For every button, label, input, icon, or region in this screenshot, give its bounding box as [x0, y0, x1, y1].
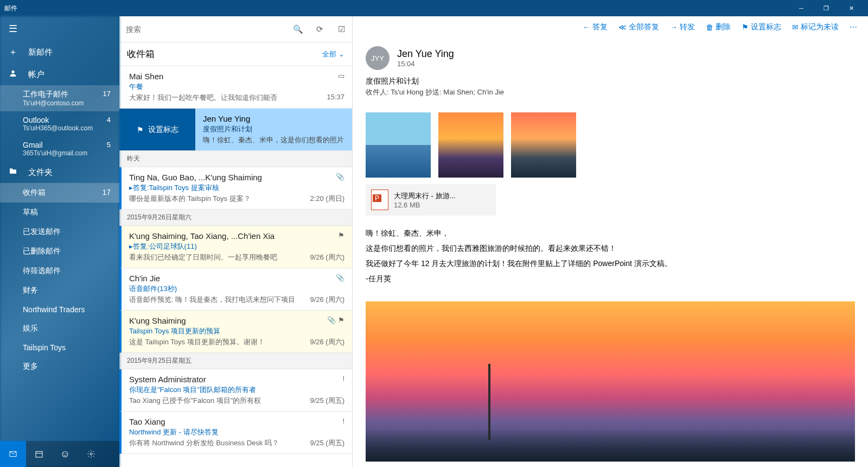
forward-button[interactable]: → 转发 [670, 22, 695, 32]
message-subject: 语音邮件(13秒) [129, 284, 344, 294]
attachment-size: 12.6 MB [394, 201, 455, 209]
image-attachment[interactable] [366, 112, 431, 178]
search-input[interactable] [119, 25, 287, 34]
attachments-row [353, 106, 868, 184]
account-item[interactable]: 4OutlookTs'uiH365@outlook.com [0, 111, 119, 136]
close-button[interactable]: ✕ [839, 5, 864, 12]
message-preview: 大家好！我们一起吃午餐吧。让我知道你们能否 [129, 93, 322, 103]
date-group: 昨天 [119, 151, 352, 167]
message-date: 9/26 (周六) [310, 337, 344, 347]
message-from: Jen Yue Ying [203, 114, 344, 123]
file-attachment[interactable]: 大理周末行 - 旅游... 12.6 MB [366, 184, 496, 216]
account-email: Ts'uiH365@outlook.com [23, 124, 111, 132]
svg-rect-1 [36, 451, 42, 457]
message-item[interactable]: ⚑K'ung Shaiming, Tao Xiang, ...Ch'ien Xi… [119, 226, 352, 268]
message-preview: 嗨！徐虹、秦杰、米申，这是你们想看的照片 [203, 135, 344, 145]
message-preview: Tao Xiang 已授予你"Falcon 项目"的所有权 [129, 396, 305, 406]
avatar: JYY [366, 46, 390, 70]
delete-button[interactable]: 🗑 删除 [706, 22, 731, 32]
account-count: 17 [103, 90, 111, 98]
powerpoint-icon [371, 190, 388, 210]
message-subject: 你现在是"Falcon 项目"团队邮箱的所有者 [129, 385, 344, 395]
message-date: 9/26 (周六) [310, 295, 344, 305]
message-subject: ▸答复:公司足球队(11) [129, 242, 344, 251]
account-item[interactable]: 17工作电子邮件Ts'uiH@contoso.com [0, 85, 119, 111]
message-subject: 度假照片和计划 [366, 77, 855, 86]
recipients: 收件人: Ts'ui Hong 抄送: Mai Shen; Ch'in Jie [366, 87, 855, 97]
reply-button[interactable]: ← 答复 [583, 22, 608, 32]
message-item[interactable]: 📎 ⚑K'ung ShaimingTailspin Toys 项目更新的预算这是… [119, 311, 352, 353]
reply-all-button[interactable]: ≪ 全部答复 [618, 22, 659, 32]
folder-item[interactable]: 娱乐 [0, 319, 119, 338]
message-indicators: ! [342, 417, 344, 425]
image-attachment[interactable] [511, 112, 576, 178]
message-body: 嗨！徐虹、秦杰、米申， 这是你们想看的照片，我们去西雅图旅游的时候拍的。看起来效… [353, 216, 868, 296]
message-item-selected[interactable]: Jen Yue Ying度假照片和计划嗨！徐虹、秦杰、米申，这是你们想看的照片 [195, 109, 352, 150]
account-item[interactable]: 5Gmail365Ts'uiH@gmail.com [0, 136, 119, 161]
folder-name: 财务 [23, 286, 38, 295]
search-icon[interactable]: 🔍 [287, 24, 309, 34]
mark-unread-button[interactable]: ✉ 标记为未读 [792, 22, 839, 32]
folder-item[interactable]: 已发送邮件 [0, 222, 119, 242]
inline-image [366, 301, 855, 462]
select-mode-icon[interactable]: ☑ [330, 24, 352, 34]
folder-name: 更多 [23, 362, 38, 371]
folder-item[interactable]: 已删除邮件 [0, 242, 119, 261]
sync-icon[interactable]: ⟳ [309, 24, 330, 34]
hamburger-button[interactable]: ☰ [0, 16, 119, 41]
folder-item[interactable]: 财务 [0, 281, 119, 300]
folder-name: 待筛选邮件 [23, 266, 61, 276]
message-preview: 你有将 Northwind 分析发给 Business Desk 吗？ [129, 438, 305, 448]
folders-header[interactable]: 文件夹 [0, 161, 119, 183]
app-title: 邮件 [4, 4, 789, 13]
folder-item[interactable]: 草稿 [0, 203, 119, 222]
settings-button[interactable] [78, 441, 104, 467]
message-item[interactable]: 📎Ting Na, Guo Bao, ...K'ung Shaiming▸答复:… [119, 167, 352, 210]
folder-item[interactable]: 更多 [0, 357, 119, 376]
account-count: 4 [107, 116, 111, 124]
message-from: Tao Xiang [129, 417, 344, 426]
message-date: 9/26 (周六) [310, 253, 344, 262]
message-item[interactable]: !Tao XiangNorthwind 更新 - 请尽快答复你有将 Northw… [119, 412, 352, 454]
sidebar: ☰ ＋ 新邮件 帐户 17工作电子邮件Ts'uiH@contoso.com4Ou… [0, 16, 119, 467]
folder-item[interactable]: Tailspin Toys [0, 338, 119, 357]
message-item[interactable]: 📎Ch'in Jie语音邮件(13秒)语音邮件预览: 嗨！我是秦杰，我打电话来想… [119, 268, 352, 311]
new-mail-button[interactable]: ＋ 新邮件 [0, 41, 119, 64]
accounts-header[interactable]: 帐户 [0, 64, 119, 85]
maximize-button[interactable]: ❐ [814, 5, 839, 12]
person-icon [9, 69, 21, 80]
account-count: 5 [107, 141, 111, 149]
message-item[interactable]: ▭Mai Shen午餐大家好！我们一起吃午餐吧。让我知道你们能否15:37 [119, 66, 352, 109]
message-subject: 度假照片和计划 [203, 124, 344, 134]
calendar-tab[interactable] [26, 441, 52, 467]
folder-item[interactable]: Northwind Traders [0, 300, 119, 319]
message-from: Mai Shen [129, 72, 344, 81]
message-indicators: ▭ [338, 72, 344, 80]
message-from: Ting Na, Guo Bao, ...K'ung Shaiming [129, 173, 344, 182]
plus-icon: ＋ [9, 47, 21, 58]
feedback-button[interactable]: ☺ [52, 441, 78, 467]
minimize-button[interactable]: ─ [789, 5, 814, 11]
flag-button[interactable]: ⚑ 设置标志 [742, 22, 781, 32]
image-attachment[interactable] [438, 112, 503, 178]
bottom-bar: ☺ [0, 441, 119, 467]
folder-name: 已删除邮件 [23, 247, 61, 256]
message-subject: Tailspin Toys 项目更新的预算 [129, 326, 344, 336]
reading-pane: ← 答复 ≪ 全部答复 → 转发 🗑 删除 ⚑ 设置标志 ✉ 标记为未读 ⋯ J… [353, 16, 868, 467]
message-date: 15:37 [327, 93, 344, 103]
flag-action[interactable]: ⚑设置标志 [119, 109, 195, 150]
message-list[interactable]: ▭Mai Shen午餐大家好！我们一起吃午餐吧。让我知道你们能否15:37⚑设置… [119, 66, 352, 467]
titlebar: 邮件 ─ ❐ ✕ [0, 0, 868, 16]
message-item[interactable]: !System Administrator你现在是"Falcon 项目"团队邮箱… [119, 369, 352, 412]
mail-tab[interactable] [0, 441, 26, 467]
filter-dropdown[interactable]: 全部 ⌄ [322, 49, 344, 59]
attachment-name: 大理周末行 - 旅游... [394, 191, 455, 201]
message-preview: 这是 Tailspin Toys 项目更新的预算。谢谢！ [129, 337, 305, 347]
folder-title: 收件箱 [127, 48, 322, 60]
message-from: Ch'in Jie [129, 274, 344, 283]
message-from: System Administrator [129, 375, 344, 384]
message-preview: 看来我们已经确定了日期时间。一起享用晚餐吧 [129, 253, 305, 262]
more-button[interactable]: ⋯ [850, 23, 857, 31]
folder-item[interactable]: 收件箱17 [0, 183, 119, 203]
folder-item[interactable]: 待筛选邮件 [0, 261, 119, 281]
